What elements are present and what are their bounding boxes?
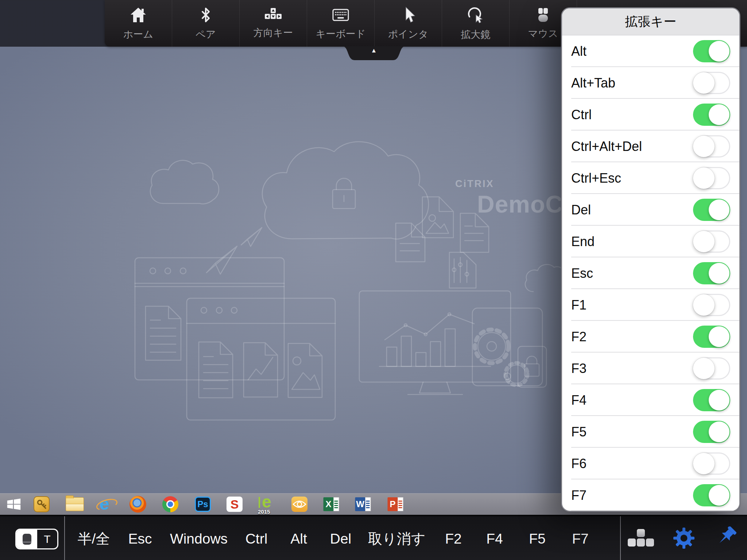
keybar-key-f5[interactable]: F5 [529, 531, 546, 547]
taskbar-icon-internet-explorer[interactable]: e [97, 495, 115, 513]
keybar-key-esc[interactable]: Esc [128, 531, 152, 547]
toolbar-item-label: 方向キー [253, 26, 293, 39]
extended-key-label: F6 [571, 456, 587, 471]
toggle-f5[interactable] [693, 421, 730, 443]
extended-key-label: Alt+Tab [571, 75, 615, 91]
taskbar-icon-word[interactable]: W [355, 497, 371, 511]
extended-key-row-alt: Alt [562, 35, 739, 67]
keyboard-icon [332, 7, 349, 25]
taskbar-icon-file-explorer[interactable] [66, 497, 84, 511]
arrow-keys-icon [264, 8, 282, 24]
extended-key-row-esc: Esc [562, 257, 739, 289]
taskbar-icon-e-2015[interactable]: e2015 [258, 495, 277, 514]
extended-key-label: Del [571, 202, 591, 218]
citrix-watermark-brand: CiTRIX [455, 178, 494, 190]
taskbar-icon-excel[interactable]: X [324, 497, 339, 511]
toolbar-item-label: キーボード [316, 27, 366, 40]
taskbar-icon-chrome[interactable] [162, 496, 178, 512]
taskbar-icon-smart-s[interactable]: S [227, 497, 243, 512]
extended-key-label: Esc [571, 266, 593, 281]
keybar-key--[interactable]: 取り消す [368, 529, 426, 549]
keybar-divider [620, 516, 621, 560]
keybar-key-f7[interactable]: F7 [572, 531, 589, 547]
toolbar-item-magnifier[interactable]: 拡大鏡 [442, 0, 510, 47]
taskbar-icon-windows-start[interactable] [5, 496, 22, 513]
toggle-ctrl[interactable] [693, 104, 730, 126]
toggle-f3[interactable] [693, 357, 730, 380]
extended-key-row-f7: F7 [562, 479, 739, 511]
mouse-icon [534, 7, 552, 24]
toggle-ctrl-alt-del[interactable] [693, 135, 730, 158]
extended-key-label: F4 [571, 393, 587, 408]
keybar-key-del[interactable]: Del [330, 531, 352, 547]
mouse-mode-segment[interactable] [16, 530, 37, 548]
toggle-knob [693, 167, 715, 189]
home-icon [129, 6, 147, 25]
toggle-alt-tab[interactable] [693, 72, 730, 94]
toolbar-item-label: ペア [196, 28, 216, 41]
toggle-alt[interactable] [693, 40, 730, 62]
toggle-knob [693, 72, 715, 94]
toggle-f1[interactable] [693, 294, 730, 316]
toggle-knob [693, 453, 715, 474]
toggle-f6[interactable] [693, 452, 730, 475]
taskbar-icon-photoshop[interactable]: Ps [195, 497, 211, 512]
toggle-knob [709, 104, 729, 125]
extended-key-label: F1 [571, 298, 587, 313]
toggle-knob [709, 390, 729, 411]
keyboard-accessory-bar: T 半/全EscWindowsCtrlAltDel取り消すF2F4F5F7 [0, 515, 747, 560]
toggle-knob [709, 199, 729, 220]
extended-key-row-del: Del [562, 194, 739, 226]
extended-key-row-f5: F5 [562, 416, 739, 448]
taskbar-icon-eye-app[interactable] [291, 497, 307, 512]
toggle-esc[interactable] [693, 262, 730, 284]
toggle-f4[interactable] [693, 389, 730, 411]
toggle-f2[interactable] [693, 326, 730, 348]
extended-key-row-f6: F6 [562, 448, 739, 479]
touch-mode-label: T [44, 533, 50, 545]
extended-key-label: F7 [571, 488, 587, 503]
settings-gear-icon[interactable] [672, 526, 696, 551]
extended-key-row-alt-tab: Alt+Tab [562, 67, 739, 99]
keybar-key-ctrl[interactable]: Ctrl [245, 531, 268, 547]
keybar-key-alt[interactable]: Alt [290, 531, 307, 547]
citrix-watermark-title: DemoC [477, 190, 563, 218]
bluetooth-pair-icon [197, 6, 214, 25]
toolbar-item-label: ポインタ [388, 28, 429, 41]
taskbar-icon-key-app[interactable] [34, 496, 50, 512]
toggle-end[interactable] [693, 230, 730, 253]
extended-key-row-f3: F3 [562, 353, 739, 384]
extended-key-label: Alt [571, 44, 587, 59]
extended-key-label: End [571, 234, 595, 249]
dpad-blocks-icon[interactable] [628, 529, 654, 549]
toolbar-item-label: ホーム [123, 28, 153, 41]
toggle-knob [709, 485, 729, 506]
taskbar-icon-firefox[interactable] [129, 496, 146, 513]
toolbar-item-arrow-keys[interactable]: 方向キー [240, 0, 307, 47]
toolbar-item-pointer[interactable]: ポインタ [375, 0, 442, 47]
toolbar-item-home[interactable]: ホーム [105, 0, 172, 47]
keybar-key-f2[interactable]: F2 [445, 531, 462, 547]
panel-title: 拡張キー [562, 8, 739, 35]
toolbar-collapse-tab[interactable]: ▲ [343, 46, 405, 61]
toggle-ctrl-esc[interactable] [693, 167, 730, 189]
taskbar-icon-powerpoint[interactable]: P [388, 497, 403, 511]
extended-key-label: Ctrl [571, 107, 592, 122]
toggle-del[interactable] [693, 199, 730, 221]
extended-key-row-ctrl-esc: Ctrl+Esc [562, 162, 739, 194]
keybar-key-f4[interactable]: F4 [486, 531, 503, 547]
toolbar-item-bluetooth-pair[interactable]: ペア [172, 0, 240, 47]
keybar-key--[interactable]: 半/全 [78, 529, 110, 549]
extended-key-label: Ctrl+Alt+Del [571, 139, 642, 154]
keybar-key-windows[interactable]: Windows [170, 531, 228, 547]
toggle-f7[interactable] [693, 484, 730, 506]
extended-key-row-ctrl: Ctrl [562, 99, 739, 131]
touch-mode-segment[interactable]: T [37, 530, 57, 548]
toggle-knob [693, 358, 715, 379]
mouse-touch-mode-toggle[interactable]: T [15, 529, 58, 549]
toggle-knob [709, 263, 729, 284]
toolbar-item-keyboard[interactable]: キーボード [307, 0, 375, 47]
toggle-knob [693, 231, 715, 252]
wallpaper-corner [0, 0, 109, 47]
pin-icon[interactable] [714, 526, 738, 551]
